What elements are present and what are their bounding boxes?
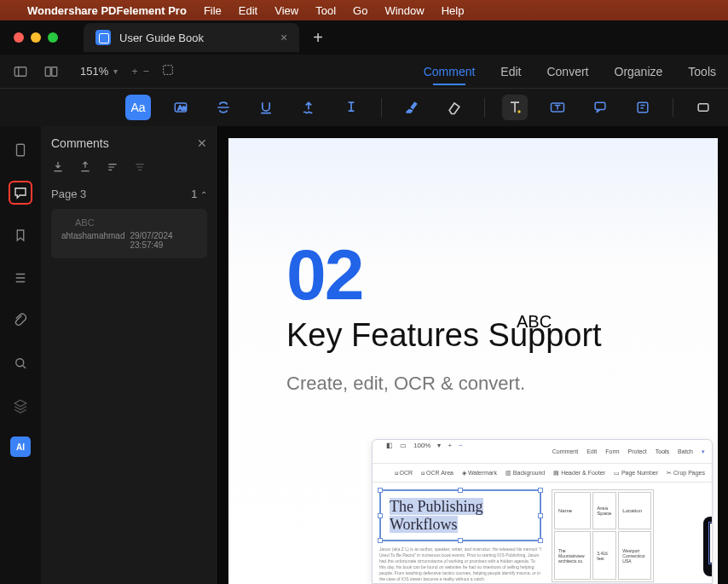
zoom-out-button[interactable]: − (143, 65, 150, 78)
note-tool[interactable] (630, 95, 656, 120)
svg-point-13 (16, 359, 24, 367)
zoom-value[interactable]: 151% (80, 65, 108, 78)
fullscreen-window-button[interactable] (48, 32, 58, 43)
left-rail: AI (0, 126, 41, 584)
document-canvas[interactable]: 02 ABC Key Features Support Create, edit… (218, 126, 728, 584)
export-comments-icon[interactable] (78, 160, 94, 176)
text-annotation[interactable]: ABC (517, 312, 552, 332)
comment-text: ABC (75, 217, 197, 228)
annotation-toolbar: Aa Aa (0, 89, 728, 126)
page-subtext: Create, edit, OCR & convert. (286, 373, 667, 395)
comment-item[interactable]: ABC ahtashamahmad 29/07/2024 23:57:49 (51, 209, 207, 258)
menu-window[interactable]: Window (384, 4, 424, 17)
svg-rect-10 (638, 102, 648, 113)
app-window: User Guide Book × + 151% ▾ + − Comment E… (0, 20, 728, 584)
tab-tools[interactable]: Tools (686, 61, 718, 82)
svg-rect-4 (164, 66, 173, 75)
svg-rect-0 (14, 66, 26, 76)
caret-tool[interactable] (338, 95, 364, 120)
menu-go[interactable]: Go (353, 4, 367, 17)
squiggly-tool[interactable] (296, 95, 321, 120)
document-icon (95, 30, 111, 45)
text-tool[interactable] (502, 95, 528, 120)
import-comments-icon[interactable] (51, 160, 66, 176)
comment-author: ahtashamahmad (61, 231, 125, 250)
page-group-row[interactable]: Page 3 1 ⌃ (51, 188, 207, 200)
highlighter-tool[interactable] (399, 95, 425, 120)
svg-rect-2 (45, 66, 50, 76)
layers-icon[interactable] (9, 394, 32, 418)
tab-edit[interactable]: Edit (499, 61, 523, 82)
page-label: Page 3 (51, 188, 86, 200)
tab-convert[interactable]: Convert (545, 61, 590, 82)
tab-close-button[interactable]: × (280, 31, 287, 44)
thumbnails-icon[interactable] (9, 138, 32, 162)
tab-comment[interactable]: Comment (422, 61, 477, 82)
strikethrough-tool[interactable] (211, 95, 236, 120)
new-tab-button[interactable]: + (313, 28, 323, 48)
highlight-area-tool[interactable]: Aa (168, 95, 194, 120)
tab-organize[interactable]: Organize (613, 61, 665, 82)
mini-insert-preview: The PublishingWorkflows (703, 517, 713, 576)
page-layout-icon[interactable] (41, 61, 61, 82)
menu-edit[interactable]: Edit (239, 4, 257, 17)
tab-title: User Guide Book (119, 32, 204, 44)
zoom-in-button[interactable]: + (131, 65, 138, 78)
menu-tool[interactable]: Tool (315, 4, 336, 17)
panel-close-button[interactable]: ✕ (197, 136, 207, 150)
svg-text:Aa: Aa (178, 104, 187, 112)
sort-icon[interactable] (106, 160, 121, 176)
page-heading: Key Features Support (286, 317, 667, 354)
outline-icon[interactable] (9, 266, 32, 290)
toolbar-divider (484, 98, 485, 117)
traffic-lights (14, 32, 58, 43)
close-window-button[interactable] (14, 32, 24, 43)
content-area: AI Comments ✕ Page 3 1 ⌃ ABC ahtashamahm (0, 126, 728, 584)
fit-page-icon[interactable] (161, 63, 175, 79)
svg-rect-9 (595, 102, 605, 109)
callout-tool[interactable] (587, 95, 613, 120)
menu-file[interactable]: File (204, 4, 222, 17)
titlebar: User Guide Book × + (0, 20, 728, 55)
menu-view[interactable]: View (274, 4, 298, 17)
zoom-control: 151% ▾ + − (80, 63, 175, 79)
panel-actions (51, 160, 207, 176)
underline-tool[interactable] (253, 95, 279, 120)
svg-rect-12 (17, 144, 25, 156)
search-icon[interactable] (9, 351, 32, 375)
ai-button[interactable]: AI (10, 437, 31, 457)
shapes-tool[interactable] (690, 95, 716, 120)
textbox-tool[interactable] (545, 95, 570, 120)
zoom-dropdown-icon[interactable]: ▾ (113, 66, 118, 76)
text-style-tool[interactable]: Aa (125, 95, 151, 120)
svg-point-7 (517, 110, 520, 113)
panel-title: Comments (51, 136, 109, 150)
minimize-window-button[interactable] (31, 32, 41, 43)
embedded-screenshot: ◧▭100%▾+− CommentEditFormProtectToolsBat… (372, 439, 713, 584)
macos-menubar: Wondershare PDFelement Pro File Edit Vie… (0, 0, 728, 20)
toolbar-divider (381, 98, 382, 117)
comment-count: 1 ⌃ (191, 188, 207, 200)
svg-rect-3 (52, 66, 57, 76)
pdf-page[interactable]: 02 ABC Key Features Support Create, edit… (228, 138, 718, 584)
svg-rect-11 (698, 104, 708, 111)
top-toolbar: 151% ▾ + − Comment Edit Convert Organize… (0, 55, 728, 89)
comments-panel-icon[interactable] (9, 181, 32, 205)
toolbar-divider (673, 98, 673, 117)
page-number-graphic: 02 (286, 239, 667, 310)
sidebar-toggle-icon[interactable] (10, 61, 31, 82)
app-name: Wondershare PDFelement Pro (27, 4, 187, 17)
document-tab[interactable]: User Guide Book × (84, 23, 299, 52)
main-tabs: Comment Edit Convert Organize Tools (422, 61, 718, 82)
comments-panel: Comments ✕ Page 3 1 ⌃ ABC ahtashamahmad … (41, 126, 218, 584)
attachments-icon[interactable] (9, 309, 32, 332)
filter-icon[interactable] (133, 160, 148, 176)
eraser-tool[interactable] (442, 95, 467, 120)
comment-timestamp: 29/07/2024 23:57:49 (130, 231, 198, 250)
menu-help[interactable]: Help (442, 4, 465, 17)
bookmarks-icon[interactable] (9, 223, 32, 247)
